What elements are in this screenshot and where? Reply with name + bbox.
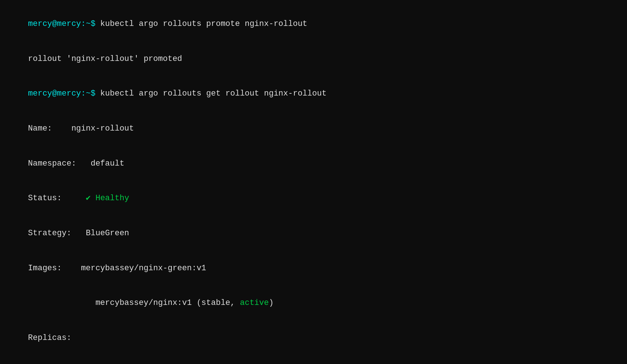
prompt-1: mercy@mercy:~$: [28, 19, 96, 28]
field-images: Images: mercybassey/nginx-green:v1: [9, 251, 618, 286]
terminal: mercy@mercy:~$ kubectl argo rollouts pro…: [9, 7, 618, 364]
field-strategy: Strategy: BlueGreen: [9, 216, 618, 251]
field-desired: Desired: 3: [9, 356, 618, 364]
field-status: Status: ✔ Healthy: [9, 181, 618, 216]
command-line-1: mercy@mercy:~$ kubectl argo rollouts pro…: [9, 7, 618, 42]
field-name: Name: nginx-rollout: [9, 111, 618, 146]
field-replicas: Replicas:: [9, 321, 618, 356]
field-namespace: Namespace: default: [9, 146, 618, 181]
field-images-2: mercybassey/nginx:v1 (stable, active): [9, 286, 618, 321]
promoted-output: rollout 'nginx-rollout' promoted: [9, 42, 618, 77]
command-line-2: mercy@mercy:~$ kubectl argo rollouts get…: [9, 76, 618, 111]
prompt-2: mercy@mercy:~$: [28, 89, 96, 98]
